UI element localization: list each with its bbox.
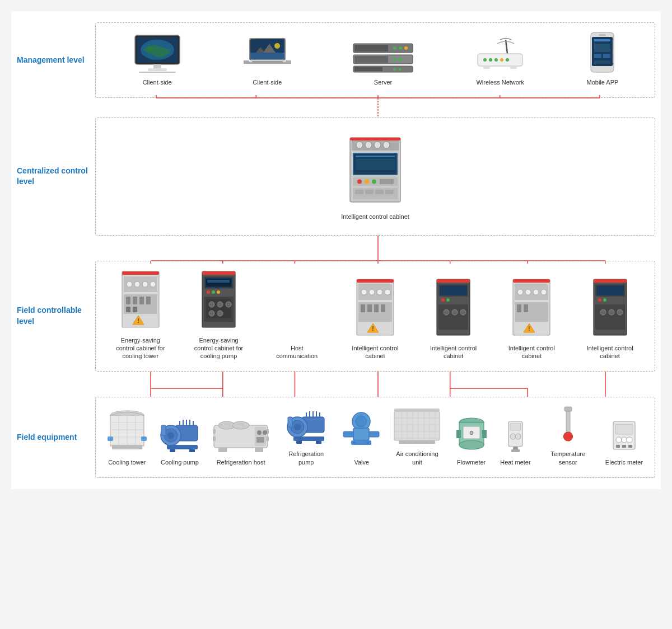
svg-point-237: [459, 440, 484, 449]
fc3-label: Host communication: [272, 344, 322, 360]
svg-point-60: [357, 180, 362, 184]
cabinet-dark-icon-2: [435, 278, 472, 341]
field-equipment-label: Field equipment: [17, 432, 95, 443]
svg-point-107: [226, 302, 231, 307]
svg-rect-36: [594, 39, 610, 41]
device-fe4: Refrigeration pump: [281, 406, 332, 466]
mobile-label: Mobile APP: [586, 78, 618, 86]
connector-mgmt-central: [101, 98, 655, 118]
svg-text:!: !: [529, 326, 530, 332]
svg-rect-189: [213, 436, 216, 441]
management-label: Management level: [17, 55, 95, 66]
device-mobile: Mobile APP: [586, 31, 618, 86]
svg-point-139: [541, 289, 547, 295]
svg-rect-240: [456, 430, 461, 438]
device-fc6: ! Intelligent control cabinet: [506, 278, 557, 360]
router-icon: [475, 37, 525, 75]
svg-rect-234: [394, 409, 440, 412]
svg-rect-95: [202, 271, 235, 275]
fe10-label: Electric meter: [605, 458, 643, 466]
svg-rect-68: [385, 190, 394, 194]
svg-point-109: [217, 311, 223, 316]
svg-rect-195: [256, 437, 264, 443]
svg-point-54: [383, 142, 390, 148]
management-box: Client-side: [95, 22, 655, 98]
fc1-label: Energy-saving control cabinet for coolin…: [115, 336, 166, 360]
svg-rect-248: [566, 409, 570, 434]
icc-label: Intelligent control cabinet: [341, 213, 409, 220]
svg-point-85: [150, 281, 156, 287]
svg-rect-80: [122, 271, 159, 275]
svg-rect-171: [112, 445, 142, 449]
device-wireless: Wireless Network: [475, 37, 525, 86]
svg-rect-31: [483, 66, 490, 69]
svg-point-136: [517, 289, 523, 295]
svg-rect-210: [293, 436, 324, 441]
svg-point-131: [452, 309, 458, 315]
svg-rect-66: [365, 190, 374, 194]
svg-rect-173: [141, 436, 147, 441]
svg-point-28: [494, 58, 498, 62]
server-icon: [352, 43, 414, 75]
electric-meter-icon: [612, 420, 637, 455]
device-fe9: Temperature sensor: [543, 406, 593, 466]
server-label: Server: [374, 78, 392, 86]
svg-rect-216: [343, 431, 353, 437]
svg-point-138: [533, 289, 539, 295]
svg-rect-88: [133, 297, 137, 304]
phone-icon: [590, 31, 615, 75]
device-fc7: Intelligent control cabinet: [585, 278, 635, 360]
cooling-tower-icon: [108, 409, 147, 455]
device-fe7: ⚙ Flowmeter: [455, 414, 488, 466]
svg-rect-141: [517, 304, 521, 312]
svg-rect-89: [139, 297, 144, 304]
svg-rect-57: [356, 156, 395, 157]
svg-rect-212: [316, 441, 321, 444]
device-icc: Intelligent control cabinet: [341, 135, 409, 220]
svg-point-254: [621, 437, 627, 443]
svg-point-116: [385, 289, 390, 295]
pump-blue2-icon: [285, 406, 327, 447]
svg-point-105: [209, 302, 214, 307]
svg-point-115: [377, 289, 382, 295]
svg-rect-87: [126, 297, 130, 304]
svg-rect-37: [594, 44, 610, 52]
fe8-label: Heat meter: [500, 458, 530, 466]
svg-point-194: [263, 430, 267, 435]
heat-meter-icon: [506, 417, 525, 455]
svg-rect-69: [350, 138, 400, 140]
svg-rect-247: [511, 449, 520, 452]
centralized-level-row: Centralized controllevel: [17, 118, 655, 235]
svg-point-152: [609, 309, 614, 315]
svg-rect-142: [524, 304, 528, 312]
device-client1: Client-side: [132, 34, 183, 86]
device-fe6: Air conditioning unit: [392, 406, 442, 466]
wireless-label: Wireless Network: [476, 78, 524, 86]
svg-rect-58: [356, 159, 395, 170]
svg-point-84: [142, 281, 148, 287]
svg-rect-192: [255, 427, 266, 446]
svg-rect-4: [148, 68, 167, 71]
svg-point-13: [393, 46, 396, 50]
device-fc4: ! Intelligent control cabinet: [350, 278, 400, 360]
device-fe8: Heat meter: [500, 417, 530, 466]
svg-rect-129: [438, 304, 468, 330]
svg-rect-183: [161, 425, 166, 435]
svg-point-193: [257, 430, 262, 435]
svg-point-148: [598, 298, 601, 302]
svg-point-182: [167, 432, 174, 439]
refrig-host-icon: [213, 417, 269, 455]
client1-label: Client-side: [143, 78, 172, 86]
svg-point-23: [399, 68, 402, 71]
svg-rect-252: [615, 424, 633, 434]
main-page: Management level: [11, 11, 661, 489]
svg-point-61: [365, 180, 369, 184]
fe2-label: Cooling pump: [161, 458, 199, 466]
svg-rect-258: [628, 445, 632, 448]
svg-point-153: [617, 309, 623, 315]
svg-point-9: [274, 43, 280, 49]
svg-rect-3: [153, 64, 161, 69]
svg-rect-40: [594, 60, 610, 64]
svg-rect-172: [108, 436, 113, 441]
svg-rect-126: [440, 285, 467, 295]
